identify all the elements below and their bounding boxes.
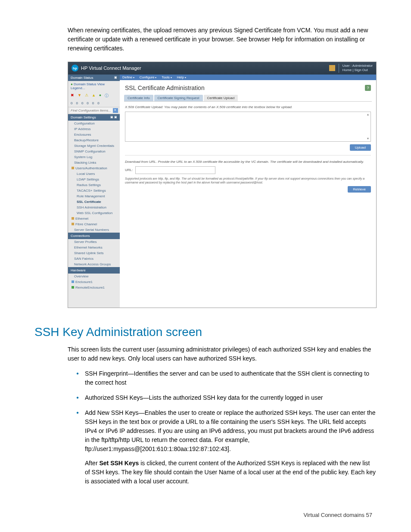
intro-para: This screen lists the current user (assu… xyxy=(68,345,377,363)
nav-users-auth[interactable]: Users/Authentication xyxy=(68,165,120,171)
sidebar: Domain Status ▣ ● Domain Status View Leg… xyxy=(68,75,120,308)
collapse-icon[interactable]: ▣ xyxy=(114,76,117,79)
tab-cert-info[interactable]: Certificate Info xyxy=(124,95,153,101)
app-header: hp HP Virtual Connect Manager User : Adm… xyxy=(68,62,376,75)
retrieve-button[interactable]: Retrieve xyxy=(348,186,371,193)
domain-settings-header[interactable]: Domain Settings ▣ ▣ xyxy=(68,114,120,121)
upload-description: X.509 Certificate Upload: You may paste … xyxy=(125,105,371,109)
error-icon: ✖ xyxy=(71,93,74,99)
search-go-icon[interactable]: ▸ xyxy=(113,108,118,113)
menu-help[interactable]: Help xyxy=(177,75,186,79)
alert-icon: ▼ xyxy=(78,93,81,99)
nav-server-profiles[interactable]: Server Profiles xyxy=(68,239,120,245)
tab-cert-upload[interactable]: Certificate Upload xyxy=(204,95,238,101)
domain-status-links[interactable]: Domain Status View Legend... xyxy=(71,82,105,90)
nav-configuration[interactable]: Configuration xyxy=(68,121,120,126)
nav-ssh-admin[interactable]: SSH Administration xyxy=(68,205,120,210)
nav-fibre[interactable]: Fibre Channel xyxy=(68,221,120,227)
scroll-down-icon[interactable]: ▾ xyxy=(366,137,370,141)
nav-enclosure1[interactable]: Enclosure1 xyxy=(68,279,120,285)
scroll-up-icon[interactable]: ▴ xyxy=(366,112,370,117)
cert-textarea[interactable] xyxy=(125,112,371,142)
app-title: HP Virtual Connect Manager xyxy=(81,65,141,71)
nav-eth-networks[interactable]: Ethernet Networks xyxy=(68,245,120,250)
count-5: 0 xyxy=(97,101,99,105)
section-heading: SSH Key Administration screen xyxy=(34,325,377,339)
menu-define[interactable]: Define xyxy=(122,75,134,79)
help-icon[interactable]: ? xyxy=(365,85,371,91)
download-description: Download from URL. Provide the URL to an… xyxy=(125,160,371,164)
list-item-authorized-keys: Authorized SSH Keys—Lists the authorized… xyxy=(76,393,377,402)
nav-san-fabrics[interactable]: SAN Fabrics xyxy=(68,256,120,261)
intro-paragraph: When renewing certificates, the upload r… xyxy=(34,26,377,53)
nav-remote-enclosure[interactable]: RemoteEnclosure1 xyxy=(68,285,120,290)
header-links[interactable]: Home | Sign Out xyxy=(342,68,373,72)
page-footer: Virtual Connect domains 57 xyxy=(34,512,377,518)
status-icon-row: ✖ ▼ ⚠ ▲ ● ⓘ 0 0 0 0 0 0 xyxy=(68,91,120,107)
upload-button[interactable]: Upload xyxy=(350,144,371,151)
protocols-note: Supported protocols are http, ftp, and t… xyxy=(125,177,371,184)
nav-overview[interactable]: Overview xyxy=(68,274,120,279)
caution-icon: ▲ xyxy=(92,93,96,99)
count-2: 0 xyxy=(81,101,83,105)
list-item-add-keys: Add New SSH Keys—Enables the user to cre… xyxy=(76,408,377,486)
nav-local-users[interactable]: Local Users xyxy=(68,171,120,177)
nav-net-access[interactable]: Network Access Groups xyxy=(68,261,120,267)
count-1: 0 xyxy=(76,101,78,105)
tab-csr[interactable]: Certificate Signing Request xyxy=(154,95,203,101)
nav-ethernet[interactable]: Ethernet xyxy=(68,216,120,221)
hardware-header[interactable]: Hardware xyxy=(68,267,120,274)
nav-system-log[interactable]: System Log xyxy=(68,154,120,160)
nav-snmp[interactable]: SNMP Configuration xyxy=(68,149,120,154)
list-item-fingerprint: SSH Fingerprint—Identifies the server an… xyxy=(76,369,377,387)
count-3: 0 xyxy=(87,101,88,105)
url-label: URL: xyxy=(125,168,133,172)
nav-enclosures[interactable]: Enclosures xyxy=(68,132,120,137)
nav-ssl-cert[interactable]: SSL Certificate xyxy=(68,199,120,205)
url-input[interactable] xyxy=(135,166,215,174)
info-icon: ⓘ xyxy=(105,93,109,99)
menu-tools[interactable]: Tools xyxy=(162,75,171,79)
nav-ip-address[interactable]: IP Address xyxy=(68,126,120,132)
search-input[interactable] xyxy=(70,108,113,113)
user-label: User : Administrator xyxy=(342,64,373,68)
menubar[interactable]: Define Configure Tools Help xyxy=(120,75,376,80)
tab-bar: Certificate Info Certificate Signing Req… xyxy=(120,95,376,101)
tab-content: X.509 Certificate Upload: You may paste … xyxy=(124,101,372,274)
hp-logo-icon: hp xyxy=(72,65,78,72)
domain-status-header[interactable]: Domain Status ▣ xyxy=(68,75,120,81)
settings-icons[interactable]: ▣ ▣ xyxy=(110,115,117,119)
ok-icon: ● xyxy=(99,93,101,99)
vcm-screenshot: hp HP Virtual Connect Manager User : Adm… xyxy=(68,62,377,308)
connections-header[interactable]: Connections xyxy=(68,233,120,239)
feature-list: SSH Fingerprint—Identifies the server an… xyxy=(68,369,377,486)
nav-storage-creds[interactable]: Storage Mgmt Credentials xyxy=(68,143,120,149)
menu-configure[interactable]: Configure xyxy=(140,75,156,79)
nav-ldap[interactable]: LDAP Settings xyxy=(68,177,120,182)
nav-tacacs[interactable]: TACACS+ Settings xyxy=(68,188,120,193)
sidebar-search[interactable]: ▸ xyxy=(68,107,120,114)
nav-stacking-links[interactable]: Stacking Links xyxy=(68,160,120,165)
warning-icon: ⚠ xyxy=(85,93,88,99)
count-4: 0 xyxy=(92,101,94,105)
count-0: 0 xyxy=(71,101,72,105)
nav-web-ssl[interactable]: Web SSL Configuration xyxy=(68,210,120,216)
set-ssh-keys-bold: Set SSH Keys xyxy=(99,460,139,467)
nav-backup-restore[interactable]: Backup/Restore xyxy=(68,137,120,143)
page-title: SSL Certificate Administration xyxy=(125,84,205,91)
nav-shared-uplink[interactable]: Shared Uplink Sets xyxy=(68,250,120,256)
home-icon[interactable] xyxy=(329,65,335,71)
nav-radius[interactable]: Radius Settings xyxy=(68,182,120,188)
nav-role-mgmt[interactable]: Role Management xyxy=(68,193,120,199)
nav-serial[interactable]: Server Serial Numbers xyxy=(68,227,120,233)
main-content: Define Configure Tools Help SSL Certific… xyxy=(120,75,376,308)
